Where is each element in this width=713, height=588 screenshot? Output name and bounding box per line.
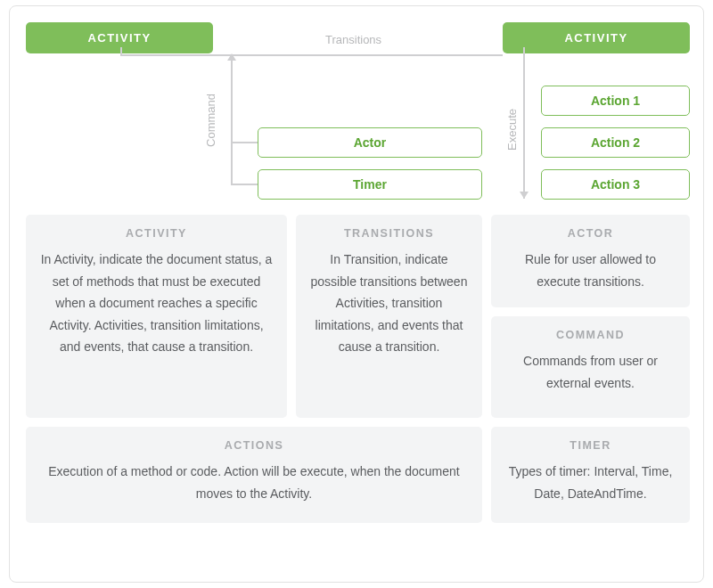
card-transitions-title: TRANSITIONS [310, 227, 468, 240]
card-timer-title: TIMER [505, 439, 676, 452]
activity-pill-right: ACTIVITY [503, 22, 690, 53]
action-2-box: Action 2 [541, 127, 690, 158]
diagram-frame: ACTIVITY ACTIVITY Transitions Command Ac… [9, 5, 704, 583]
action-3-box: Action 3 [541, 169, 690, 200]
execute-label: Execute [505, 109, 519, 151]
card-command-body: Commands from user or external events. [505, 350, 676, 394]
card-actor-body: Rule for user allowed to execute transit… [505, 249, 676, 292]
card-actions: ACTIONS Execution of a method or code. A… [26, 427, 482, 523]
line-to-actor [231, 142, 258, 143]
line-execute-vertical [523, 47, 525, 199]
arrow-command-up [231, 54, 233, 55]
line-activity-left-drop [120, 47, 122, 55]
card-activity-title: ACTIVITY [40, 227, 273, 240]
card-actor-title: ACTOR [505, 227, 676, 240]
line-command-vertical [231, 54, 233, 184]
activity-pill-left: ACTIVITY [26, 22, 213, 53]
card-command: COMMAND Commands from user or external e… [491, 316, 690, 418]
card-transitions-body: In Transition, indicate possible transit… [310, 249, 468, 358]
card-command-title: COMMAND [505, 329, 676, 341]
actor-box: Actor [258, 127, 482, 158]
card-actor: ACTOR Rule for user allowed to execute t… [491, 215, 690, 307]
card-actions-body: Execution of a method or code. Action wi… [40, 461, 468, 504]
line-activity-bottom [120, 54, 503, 56]
line-to-timer [231, 184, 258, 185]
card-timer: TIMER Types of timer: Interval, Time, Da… [491, 427, 690, 523]
card-activity-body: In Activity, indicate the document statu… [40, 249, 273, 358]
timer-box: Timer [258, 169, 482, 200]
card-timer-body: Types of timer: Interval, Time, Date, Da… [505, 461, 676, 504]
card-activity: ACTIVITY In Activity, indicate the docum… [26, 215, 287, 418]
card-transitions: TRANSITIONS In Transition, indicate poss… [296, 215, 482, 418]
command-label: Command [204, 94, 217, 147]
action-1-box: Action 1 [541, 86, 690, 116]
arrow-execute-down [523, 197, 525, 198]
transitions-label: Transitions [325, 33, 381, 46]
card-actions-title: ACTIONS [40, 439, 468, 452]
